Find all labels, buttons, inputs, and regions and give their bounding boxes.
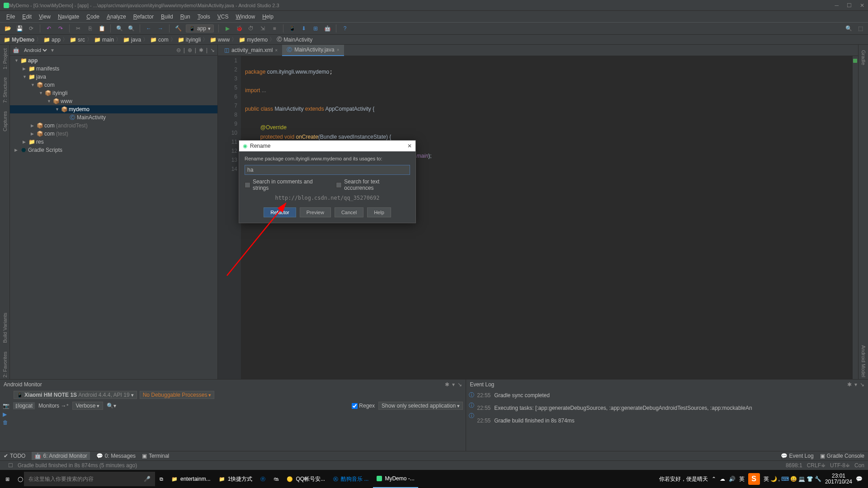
crumb-com[interactable]: 📁 com <box>150 37 169 43</box>
taskbar-app[interactable]: 📁 entertainm... <box>168 470 214 488</box>
tab-captures[interactable]: Captures <box>2 109 8 133</box>
build-icon[interactable]: 🔨 <box>174 24 182 33</box>
tab-gradle-console[interactable]: ▣ Gradle Console <box>820 453 864 459</box>
settings-icon[interactable]: ⬚ <box>856 24 864 33</box>
tree-java[interactable]: ▼📁java <box>10 73 217 81</box>
save-icon[interactable]: 💾 <box>15 24 24 33</box>
monitors-tab[interactable]: Monitors →⁺ <box>38 403 69 409</box>
tab-structure[interactable]: 7: Structure <box>2 75 8 105</box>
editor-scrollbar[interactable] <box>853 56 858 379</box>
tab-build-variants[interactable]: Build Variants <box>2 311 8 345</box>
tab-todo[interactable]: ✔ TODO <box>4 453 25 459</box>
sdk-icon[interactable]: ⬇ <box>300 24 308 33</box>
taskbar-mydemo[interactable]: MyDemo -... <box>373 470 418 488</box>
tab-activity-main-xml[interactable]: ◫activity_main.xml× <box>220 46 282 55</box>
tree-ityingli[interactable]: ▼📦ityingli <box>10 89 217 97</box>
tree-com-androidtest[interactable]: ▶📦com (androidTest) <box>10 122 217 130</box>
tray-ime-icon[interactable]: 英 <box>739 475 745 483</box>
screenshot-icon[interactable]: 📷 <box>3 403 9 409</box>
crumb-project[interactable]: 📁 MyDemo <box>4 37 34 43</box>
structure-icon[interactable]: ⊞ <box>311 24 320 33</box>
trash-icon[interactable]: 🗑 <box>3 419 8 426</box>
crumb-java[interactable]: 📁 java <box>123 37 141 43</box>
tray-sogou-icon[interactable]: S <box>748 473 760 485</box>
maximize-button[interactable]: ☐ <box>847 2 852 9</box>
paste-icon[interactable]: 📋 <box>98 24 106 33</box>
menu-view[interactable]: View <box>36 13 53 21</box>
tree-manifests[interactable]: ▶📁manifests <box>10 65 217 73</box>
log-level-selector[interactable]: Verbose ▾ <box>72 402 103 410</box>
tray-ime-toolbar[interactable]: 英🌙,⌨😀💻👕🔧 <box>764 475 821 483</box>
tab-project[interactable]: 1: Project <box>2 47 8 71</box>
tab-mainactivity-java[interactable]: ⒸMainActivity.java× <box>282 45 344 56</box>
cancel-button[interactable]: Cancel <box>335 207 363 217</box>
tree-res[interactable]: ▶📁res <box>10 138 217 146</box>
expand-icon[interactable]: ⊕ <box>188 47 192 53</box>
tab-android-model[interactable]: Android Model <box>860 343 867 379</box>
taskbar-store[interactable]: 🛍 <box>270 470 282 488</box>
stop-icon[interactable]: ■ <box>270 24 278 33</box>
tab-event-log[interactable]: 💬 Event Log <box>781 453 814 459</box>
caret-position[interactable]: 8698:1 <box>786 462 802 469</box>
attach-icon[interactable]: ⇲ <box>259 24 267 33</box>
regex-checkbox[interactable]: Regex <box>352 403 375 409</box>
close-button[interactable]: ✕ <box>860 2 864 9</box>
find-icon[interactable]: 🔍 <box>115 24 123 33</box>
replace-icon[interactable]: 🔍 <box>127 24 135 33</box>
close-tab-icon[interactable]: × <box>275 48 278 53</box>
menu-help[interactable]: Help <box>259 13 276 21</box>
menu-vcs[interactable]: VCS <box>215 13 231 21</box>
preview-button[interactable]: Preview <box>300 207 331 217</box>
taskbar-search[interactable]: 在这里输入你要搜索的内容🎤 <box>24 472 155 486</box>
copy-icon[interactable]: ⎘ <box>86 24 94 33</box>
gear-icon[interactable]: ✱ <box>199 47 203 53</box>
search-input[interactable]: 🔍▾ <box>107 403 116 409</box>
tray-onedrive-icon[interactable]: ☁ <box>720 476 725 482</box>
undo-icon[interactable]: ↶ <box>45 24 53 33</box>
crumb-main[interactable]: 📁 main <box>94 37 114 43</box>
tray-notifications-icon[interactable]: 💬 <box>856 476 863 482</box>
search-everywhere-icon[interactable]: 🔍 <box>844 24 853 33</box>
crumb-app[interactable]: 📁 app <box>43 37 61 43</box>
tray-clock[interactable]: 23:012017/10/24 <box>825 473 852 485</box>
tree-gradle-scripts[interactable]: ▶⬣Gradle Scripts <box>10 146 217 154</box>
sync-icon[interactable]: ⟳ <box>27 24 35 33</box>
encoding[interactable]: UTF-8≑ <box>830 462 850 469</box>
tree-mainactivity[interactable]: ⒸMainActivity <box>10 113 217 122</box>
search-comments-checkbox[interactable]: Search in comments and strings <box>245 178 330 191</box>
gear-icon[interactable]: ✱ <box>847 381 852 388</box>
menu-code[interactable]: Code <box>84 13 102 21</box>
refactor-button[interactable]: Refactor <box>264 207 296 217</box>
logcat-tab[interactable]: ⫿logcat <box>13 402 35 409</box>
cortana-icon[interactable]: ◯ <box>14 470 23 488</box>
open-icon[interactable]: 📂 <box>4 24 12 33</box>
run-config-selector[interactable]: 📱 app ▾ <box>186 24 214 33</box>
line-ending[interactable]: CRLF≑ <box>807 462 826 469</box>
tray-up-icon[interactable]: ⌃ <box>712 476 716 482</box>
taskbar-app[interactable]: 📁 1快捷方式 <box>215 470 256 488</box>
cut-icon[interactable]: ✂ <box>74 24 82 33</box>
minimize-button[interactable]: ─ <box>835 2 839 9</box>
crumb-mydemo[interactable]: 📁 mydemo <box>239 37 268 43</box>
menu-file[interactable]: File <box>4 13 18 21</box>
crumb-www[interactable]: 📁 www <box>210 37 230 43</box>
menu-edit[interactable]: Edit <box>19 13 34 21</box>
tab-gradle[interactable]: Gradle <box>860 48 867 67</box>
process-selector[interactable]: No Debuggable Processes ▾ <box>140 391 215 399</box>
info-icon[interactable]: ⓘ <box>469 402 474 409</box>
tree-app[interactable]: ▼📁app <box>10 56 217 65</box>
hide-icon[interactable]: ↘ <box>210 47 215 53</box>
rename-input[interactable] <box>245 165 410 175</box>
tray-volume-icon[interactable]: 🔊 <box>729 476 736 482</box>
menu-run[interactable]: Run <box>178 13 193 21</box>
android-icon[interactable]: 🤖 <box>323 24 331 33</box>
run-icon[interactable]: ▶ <box>223 24 231 33</box>
tree-mydemo[interactable]: ▼📦mydemo <box>10 105 217 113</box>
filter-selector[interactable]: Show only selected application ▾ <box>378 402 463 410</box>
search-text-occurrences-checkbox[interactable]: Search for text occurrences <box>336 178 410 191</box>
forward-icon[interactable]: → <box>156 24 165 33</box>
info-icon[interactable]: ⓘ <box>469 391 474 399</box>
record-icon[interactable]: ▶ <box>3 411 7 418</box>
taskbar-edge[interactable]: ⓔ <box>257 470 269 488</box>
task-view-icon[interactable]: ⧉ <box>156 470 167 488</box>
